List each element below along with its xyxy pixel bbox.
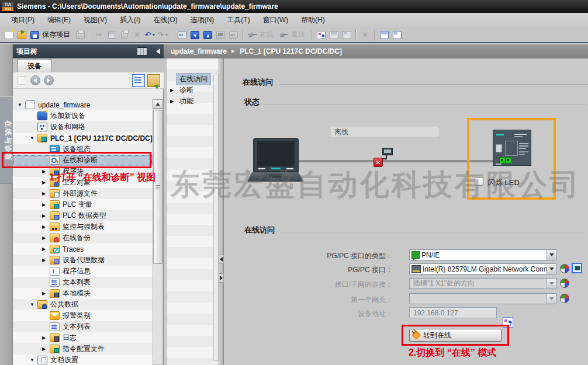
- expander-icon[interactable]: ▶: [42, 224, 50, 230]
- expander-icon[interactable]: ▶: [42, 258, 50, 263]
- breadcrumb-project[interactable]: update_firmware: [171, 47, 227, 55]
- menu-item[interactable]: 视图(V): [77, 13, 113, 27]
- tab-devices[interactable]: 设备: [18, 59, 51, 72]
- paste-button[interactable]: [118, 29, 131, 41]
- tree-item[interactable]: 添加新设备: [13, 110, 153, 121]
- split-vertical-button[interactable]: [390, 29, 403, 41]
- delete-button[interactable]: ✕: [131, 29, 144, 41]
- tree-item[interactable]: ▶PLC 变量: [13, 199, 153, 210]
- menu-item[interactable]: 在线(O): [147, 13, 184, 27]
- go-online-toolbar-label[interactable]: 在线: [260, 30, 274, 40]
- tree-item[interactable]: ▶PLC 数据类型: [13, 210, 153, 221]
- title-rule: [279, 84, 588, 85]
- save-project-button[interactable]: [28, 29, 41, 41]
- split-horizontal-button[interactable]: [378, 29, 390, 41]
- dropdown-arrow-icon[interactable]: [547, 264, 556, 274]
- browse-network-icon[interactable]: [572, 263, 582, 273]
- tree-item[interactable]: 报警类别: [13, 310, 153, 321]
- expander-icon[interactable]: ▶: [42, 335, 50, 340]
- tree-item[interactable]: ▶日志: [13, 332, 153, 343]
- expander-icon[interactable]: ▶: [170, 88, 177, 93]
- menu-item[interactable]: 选项(N): [184, 13, 221, 27]
- compile-button[interactable]: [175, 29, 188, 41]
- tree-item[interactable]: 设备和网络: [13, 121, 153, 133]
- go-offline-toolbar-label[interactable]: 离线: [291, 30, 305, 40]
- start-runtime-button[interactable]: [227, 29, 240, 41]
- expander-icon[interactable]: ▶: [42, 191, 50, 196]
- menu-item[interactable]: 窗口(W): [257, 13, 295, 27]
- tree-item[interactable]: ▶设备代理数据: [13, 255, 153, 266]
- collapse-tree-icon[interactable]: [151, 48, 160, 55]
- diagnostics-nav-panel: 在线访问▶诊断▶功能: [166, 58, 219, 365]
- tree-item[interactable]: ▶Traces: [13, 244, 153, 255]
- go-offline-toolbar-button[interactable]: [277, 29, 290, 41]
- interface-globe-icon[interactable]: [560, 294, 569, 303]
- navigate-back-button[interactable]: [30, 75, 40, 86]
- print-button[interactable]: [74, 29, 87, 41]
- tree-item[interactable]: ▶指令配置文件: [13, 343, 153, 354]
- menu-item[interactable]: 工具(T): [220, 13, 256, 27]
- add-new-item-button[interactable]: [16, 75, 27, 86]
- tree-item[interactable]: 文本列表: [13, 277, 153, 288]
- expander-icon[interactable]: ▶: [170, 99, 177, 104]
- tree-columns-icon[interactable]: [137, 47, 147, 55]
- panel-divider[interactable]: [219, 58, 224, 365]
- menu-item[interactable]: 编辑(E): [41, 13, 77, 27]
- tree-item[interactable]: ▶本地模块: [13, 288, 153, 299]
- save-project-label[interactable]: 保存项目: [42, 30, 70, 40]
- pg-pc-interface-select[interactable]: Intel(R) 82579LM Gigabit Network Connect…: [409, 263, 556, 274]
- interface-globe-icon[interactable]: [560, 264, 569, 273]
- expander-icon[interactable]: ▼: [30, 135, 37, 141]
- expander-icon[interactable]: ▶: [42, 291, 50, 296]
- flash-led-checkbox[interactable]: [475, 177, 483, 186]
- interface-type-select[interactable]: PN/IE: [409, 249, 556, 260]
- menu-item[interactable]: 帮助(H): [295, 13, 331, 27]
- expander-icon[interactable]: ▶: [42, 246, 50, 252]
- stop-simulation-button[interactable]: [340, 29, 353, 41]
- menu-item[interactable]: 项目(P): [5, 13, 41, 27]
- expander-icon[interactable]: ▶: [42, 346, 50, 352]
- breadcrumb-device[interactable]: PLC_1 [CPU 1217C DC/DC/DC]: [240, 47, 342, 55]
- copy-button[interactable]: [105, 29, 118, 41]
- tree-scrollbar-up-button[interactable]: [153, 99, 163, 109]
- tree-item[interactable]: 程序信息: [13, 266, 153, 277]
- open-project-button[interactable]: [15, 29, 28, 41]
- go-online-toolbar-button[interactable]: [245, 29, 258, 41]
- redo-button[interactable]: ↷▼: [157, 29, 170, 41]
- navigate-forward-button[interactable]: [43, 75, 54, 86]
- tree-item[interactable]: ▼PLC_1 [CPU 1217C DC/DC/DC]: [13, 133, 153, 144]
- menu-item[interactable]: 插入(I): [113, 13, 147, 27]
- tree-item[interactable]: ▶监控与强制表: [13, 221, 153, 232]
- tree-item[interactable]: ▶在线备份: [13, 232, 153, 244]
- nav-scrollbar[interactable]: [213, 74, 219, 361]
- expander-icon[interactable]: ▼: [30, 302, 37, 307]
- start-cpu-button[interactable]: [214, 29, 227, 41]
- expander-icon[interactable]: ▶: [42, 213, 50, 218]
- expander-icon[interactable]: ▶: [42, 202, 50, 207]
- dropdown-arrow-icon[interactable]: [547, 250, 556, 260]
- expander-icon[interactable]: ▶: [42, 235, 50, 241]
- download-button[interactable]: [188, 29, 201, 41]
- undo-button[interactable]: ↶▼: [144, 29, 157, 41]
- nav-item[interactable]: 在线访问: [167, 74, 219, 85]
- upload-button[interactable]: [201, 29, 214, 41]
- accessible-devices-button[interactable]: [314, 29, 327, 41]
- expander-icon[interactable]: ▼: [30, 357, 37, 363]
- nav-item[interactable]: ▶功能: [167, 96, 219, 107]
- interface-globe-icon[interactable]: [560, 279, 569, 288]
- overview-button[interactable]: [147, 74, 160, 87]
- start-simulation-button[interactable]: [327, 29, 340, 41]
- tree-scrollbar-thumb[interactable]: [153, 110, 162, 264]
- expander-icon[interactable]: ▼: [18, 102, 25, 107]
- cross-reference-button[interactable]: ✕: [359, 29, 372, 41]
- tree-item[interactable]: ▼文档设置: [13, 354, 153, 365]
- tree-item[interactable]: ▶外部源文件: [13, 188, 153, 199]
- details-view-button[interactable]: [132, 74, 145, 87]
- device-address-input[interactable]: [409, 307, 497, 318]
- tree-item[interactable]: ▼公共数据: [13, 299, 153, 310]
- cut-button[interactable]: ✂: [92, 29, 105, 41]
- new-project-button[interactable]: [2, 29, 15, 41]
- tree-item[interactable]: ▼update_firmware: [13, 99, 153, 110]
- nav-item[interactable]: ▶诊断: [167, 85, 219, 96]
- tree-item[interactable]: 文本列表: [13, 321, 153, 332]
